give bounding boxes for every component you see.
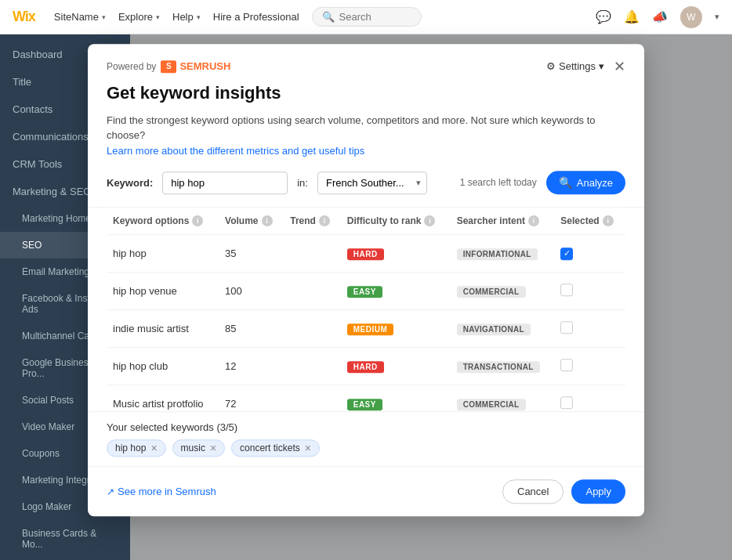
difficulty-badge: MEDIUM bbox=[347, 323, 394, 335]
nav-sitename[interactable]: SiteName ▾ bbox=[54, 11, 106, 23]
location-select-wrapper: French Souther... bbox=[317, 172, 427, 194]
cell-selected[interactable] bbox=[554, 273, 625, 310]
cell-difficulty: HARD bbox=[341, 348, 451, 385]
top-nav: Wix SiteName ▾ Explore ▾ Help ▾ Hire a P… bbox=[0, 0, 732, 34]
close-button[interactable]: ✕ bbox=[614, 60, 625, 74]
cell-selected[interactable] bbox=[554, 310, 625, 348]
chevron-down-icon: ▾ bbox=[715, 12, 719, 22]
tag-label: music bbox=[181, 443, 205, 453]
gear-icon: ⚙ bbox=[546, 60, 556, 72]
modal-header: Powered by S SEMRUSH ⚙ Settings ▾ ✕ Get … bbox=[88, 44, 644, 159]
nav-icons: 💬 🔔 📣 W ▾ bbox=[596, 6, 719, 28]
megaphone-icon[interactable]: 📣 bbox=[652, 9, 668, 24]
info-icon[interactable]: i bbox=[319, 215, 330, 226]
table-row: hip hop venue 100 EASY COMMERCIAL bbox=[107, 273, 625, 310]
semrush-icon: S bbox=[161, 60, 176, 73]
intent-badge: INFORMATIONAL bbox=[457, 248, 538, 260]
row-checkbox[interactable] bbox=[560, 396, 573, 409]
cancel-button[interactable]: Cancel bbox=[502, 479, 563, 504]
intent-badge: NAVIGATIONAL bbox=[457, 323, 531, 335]
search-bar[interactable]: 🔍 bbox=[312, 7, 422, 27]
cell-trend bbox=[284, 273, 341, 310]
nav-explore[interactable]: Explore ▾ bbox=[118, 11, 160, 23]
chevron-down-icon: ▾ bbox=[156, 13, 160, 21]
keyword-label: Keyword: bbox=[107, 177, 153, 189]
cell-trend bbox=[284, 385, 341, 412]
nav-help[interactable]: Help ▾ bbox=[172, 11, 201, 23]
selected-tags: hip hop × music × concert tickets × bbox=[107, 439, 625, 457]
selected-keywords-section: Your selected keywords (3/5) hip hop × m… bbox=[88, 411, 644, 466]
analyze-button[interactable]: 🔍 Analyze bbox=[546, 171, 625, 194]
table-row: Music artist protfolio 72 EASY COMMERCIA… bbox=[107, 385, 625, 412]
table-row: indie music artist 85 MEDIUM NAVIGATIONA… bbox=[107, 310, 625, 348]
cell-keyword: indie music artist bbox=[107, 310, 219, 348]
cell-intent: COMMERCIAL bbox=[451, 385, 555, 412]
cell-difficulty: EASY bbox=[341, 385, 451, 412]
search-count: 1 search left today bbox=[437, 177, 537, 188]
modal-footer: ↗ See more in Semrush Cancel Apply bbox=[88, 466, 644, 516]
trend-sparkline bbox=[290, 393, 329, 411]
difficulty-badge: EASY bbox=[347, 286, 382, 298]
tag-label: hip hop bbox=[115, 443, 146, 453]
keyword-search-row: Keyword: in: French Souther... 1 search … bbox=[88, 158, 644, 208]
cell-selected[interactable] bbox=[554, 348, 625, 385]
cell-intent: COMMERCIAL bbox=[451, 273, 555, 310]
intent-badge: TRANSACTIONAL bbox=[457, 361, 540, 373]
th-selected: Selected i bbox=[554, 208, 625, 235]
modal-title: Get keyword insights bbox=[107, 83, 625, 103]
row-checkbox[interactable] bbox=[560, 284, 573, 296]
info-icon[interactable]: i bbox=[603, 215, 614, 226]
keyword-input[interactable] bbox=[162, 172, 288, 194]
search-icon: 🔍 bbox=[559, 176, 572, 189]
trend-sparkline bbox=[290, 243, 329, 262]
cell-volume: 85 bbox=[219, 310, 284, 348]
cell-selected[interactable] bbox=[554, 235, 625, 273]
info-icon[interactable]: i bbox=[424, 215, 435, 226]
location-select[interactable]: French Souther... bbox=[317, 172, 427, 194]
modal-description: Find the strongest keyword options using… bbox=[107, 113, 625, 159]
cell-keyword: Music artist protfolio bbox=[107, 385, 219, 412]
bell-icon[interactable]: 🔔 bbox=[624, 9, 640, 24]
selected-label: Your selected keywords (3/5) bbox=[107, 421, 625, 433]
trend-sparkline bbox=[290, 280, 329, 299]
settings-button[interactable]: ⚙ Settings ▾ bbox=[546, 60, 604, 72]
th-volume: Volume i bbox=[219, 208, 284, 235]
search-input[interactable] bbox=[339, 11, 402, 23]
table-row: hip hop club 12 HARD TRANSACTIONAL bbox=[107, 348, 625, 385]
cell-volume: 12 bbox=[219, 348, 284, 385]
sidebar-item-business-cards[interactable]: Business Cards & Mo... bbox=[0, 520, 130, 558]
trend-sparkline bbox=[290, 356, 329, 374]
table-row: hip hop 35 HARD INFORMATIONAL bbox=[107, 235, 625, 273]
tag-remove-button[interactable]: × bbox=[150, 443, 157, 453]
powered-by: Powered by S SEMRUSH bbox=[107, 60, 230, 73]
chat-icon[interactable]: 💬 bbox=[596, 9, 611, 24]
avatar[interactable]: W bbox=[680, 6, 702, 28]
in-label: in: bbox=[297, 177, 308, 189]
semrush-link[interactable]: ↗ See more in Semrush bbox=[107, 486, 216, 497]
row-checkbox[interactable] bbox=[560, 247, 573, 260]
tag-label: concert tickets bbox=[240, 443, 300, 453]
modal-header-right: ⚙ Settings ▾ ✕ bbox=[546, 60, 625, 74]
learn-more-link[interactable]: Learn more about the different metrics a… bbox=[107, 145, 364, 157]
apply-button[interactable]: Apply bbox=[571, 479, 625, 504]
cell-volume: 100 bbox=[219, 273, 284, 310]
keyword-tag: concert tickets × bbox=[231, 439, 320, 457]
tag-remove-button[interactable]: × bbox=[210, 443, 216, 453]
cell-trend bbox=[284, 348, 341, 385]
row-checkbox[interactable] bbox=[560, 359, 573, 371]
info-icon[interactable]: i bbox=[262, 215, 273, 226]
tag-remove-button[interactable]: × bbox=[305, 443, 311, 453]
cell-selected[interactable] bbox=[554, 385, 625, 412]
info-icon[interactable]: i bbox=[192, 215, 203, 226]
cell-difficulty: HARD bbox=[341, 235, 451, 273]
nav-hire[interactable]: Hire a Professional bbox=[213, 11, 299, 23]
th-trend: Trend i bbox=[284, 208, 341, 235]
difficulty-badge: EASY bbox=[347, 399, 382, 410]
cell-intent: INFORMATIONAL bbox=[451, 235, 555, 273]
chevron-down-icon: ▾ bbox=[197, 13, 201, 21]
row-checkbox[interactable] bbox=[560, 321, 573, 334]
external-link-icon: ↗ bbox=[107, 486, 114, 497]
info-icon[interactable]: i bbox=[528, 215, 539, 226]
cell-difficulty: MEDIUM bbox=[341, 310, 451, 348]
cell-keyword: hip hop club bbox=[107, 348, 219, 385]
